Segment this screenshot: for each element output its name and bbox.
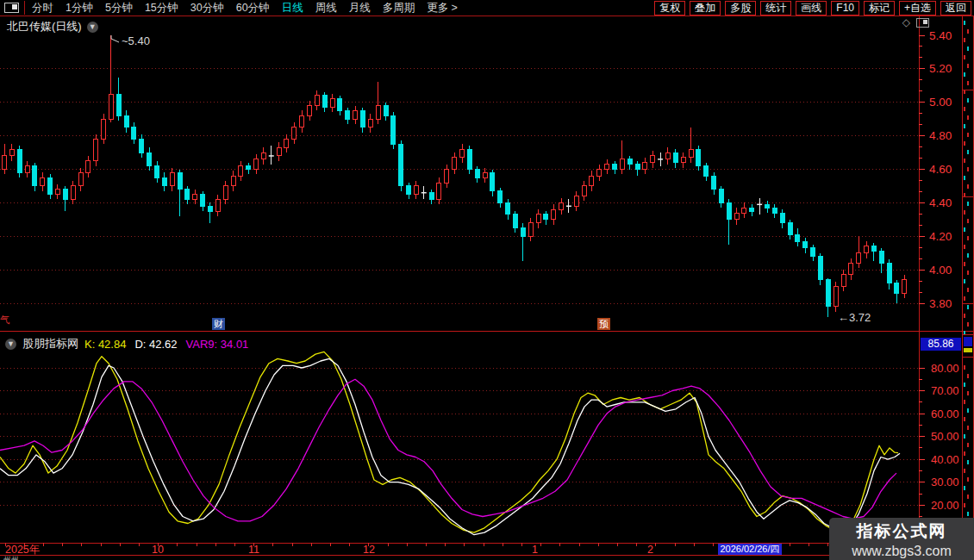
candle-body <box>643 163 647 170</box>
candle-body <box>513 215 517 228</box>
period-tab-多周期[interactable]: 多周期 <box>383 1 415 16</box>
candle-body <box>605 165 609 170</box>
candle-body <box>346 110 350 119</box>
period-tab-5分钟[interactable]: 5分钟 <box>105 1 133 16</box>
candle-body <box>734 213 739 220</box>
candle-body <box>55 190 59 195</box>
candle-body <box>665 152 670 159</box>
candle-body <box>475 170 479 178</box>
toolbar-button-叠加[interactable]: 叠加 <box>690 1 721 16</box>
candle-body <box>178 172 182 189</box>
indicator-value-D: D: 42.62 <box>134 338 177 351</box>
news-badge-预[interactable]: 预 <box>597 318 610 330</box>
window-icon[interactable] <box>4 3 19 13</box>
toolbar-button-F10[interactable]: F10 <box>831 1 859 16</box>
period-tab-1分钟[interactable]: 1分钟 <box>66 1 93 16</box>
price-axis-label: 4.40 <box>929 196 952 209</box>
candle-body <box>681 158 685 163</box>
candle-body <box>582 186 586 196</box>
candle-body <box>86 161 91 173</box>
watermark-title: 指标公式网 <box>829 520 974 543</box>
candle-body <box>140 140 144 153</box>
toolbar-button-画线[interactable]: 画线 <box>796 1 827 16</box>
candle-body <box>33 166 37 186</box>
date-label-10: 10 <box>152 544 164 555</box>
chevron-down-icon[interactable]: ▼ <box>5 339 16 350</box>
indicator-line-D <box>0 358 900 534</box>
candle-body <box>498 191 503 203</box>
chart-corner-icons: ◇ <box>902 17 929 28</box>
period-tab-分时[interactable]: 分时 <box>32 1 53 16</box>
candle-body <box>407 186 411 195</box>
candle-body <box>63 190 67 200</box>
period-tab-15分钟[interactable]: 15分钟 <box>145 1 178 16</box>
toolbar-separator <box>24 1 25 15</box>
period-tab-周线[interactable]: 周线 <box>315 1 337 16</box>
indicator-value-K: K: 42.84 <box>84 338 126 351</box>
candle-body <box>865 246 869 253</box>
chart-canvas[interactable]: 5.405.205.004.804.604.404.204.003.80~5.4… <box>0 0 974 560</box>
window-icon-small[interactable] <box>916 18 929 28</box>
minimap-highlight <box>964 337 972 346</box>
candle-body <box>574 196 578 207</box>
candle-body <box>460 149 465 158</box>
low-annotation: ←3.72 <box>838 311 871 324</box>
candle-body <box>322 96 327 108</box>
period-tab-更多 >[interactable]: 更多 > <box>427 1 458 16</box>
candle-body <box>780 213 784 223</box>
candle-body <box>284 140 289 148</box>
candle-body <box>193 195 197 200</box>
period-tab-日线[interactable]: 日线 <box>282 1 303 16</box>
candle-body <box>841 275 846 287</box>
candlestick-layer[interactable] <box>3 35 907 317</box>
candle-body <box>429 193 434 200</box>
period-tab-30分钟[interactable]: 30分钟 <box>190 1 224 16</box>
candle-body <box>147 152 152 166</box>
news-badge-财[interactable]: 财 <box>212 318 225 330</box>
indicator-axis-label: 70.00 <box>931 384 959 397</box>
candle-body <box>528 223 533 237</box>
candle-body <box>300 115 304 128</box>
candle-body <box>384 106 388 116</box>
indicator-legend: K: 42.84D: 42.62VAR9: 34.01 <box>84 338 248 351</box>
candle-body <box>124 115 128 128</box>
candle-body <box>506 202 510 215</box>
date-label-1: 1 <box>532 544 538 555</box>
price-axis-label: 4.00 <box>929 264 952 277</box>
candle-body <box>9 149 14 156</box>
toolbar-button-多股[interactable]: 多股 <box>725 1 756 16</box>
candle-body <box>48 177 53 194</box>
candle-body <box>330 99 334 108</box>
period-tabs: 分时1分钟5分钟15分钟30分钟60分钟日线周线月线多周期更多 > <box>32 1 470 16</box>
candle-body <box>765 204 770 208</box>
candle-body <box>102 119 106 139</box>
minimap-strip[interactable] <box>965 21 968 516</box>
chevron-down-icon[interactable]: ▼ <box>87 22 98 33</box>
candle-body <box>231 176 235 186</box>
toolbar-button-标记[interactable]: 标记 <box>864 1 895 16</box>
indicator-header: ▼ 股朋指标网 K: 42.84D: 42.62VAR9: 34.01 <box>5 336 248 352</box>
high-annotation-arrow <box>111 35 119 42</box>
period-tab-月线[interactable]: 月线 <box>349 1 371 16</box>
candle-body <box>17 149 22 172</box>
candle-body <box>521 228 525 237</box>
candle-body <box>483 172 487 177</box>
watermark-url: www.zbgs3.com <box>829 544 974 559</box>
toolbar-button-+自选[interactable]: +自选 <box>899 1 936 16</box>
event-marker-icon[interactable]: 气 <box>0 315 9 325</box>
candle-body <box>620 159 624 170</box>
candle-body <box>879 252 883 264</box>
candle-body <box>796 234 800 241</box>
minimap-indicator-mark <box>964 348 972 352</box>
toolbar-button-统计[interactable]: 统计 <box>760 1 791 16</box>
toolbar-button-返回[interactable]: 返回 <box>940 1 971 16</box>
period-tab-60分钟[interactable]: 60分钟 <box>236 1 270 16</box>
candle-body <box>536 215 540 223</box>
diamond-icon[interactable]: ◇ <box>902 17 910 28</box>
candle-body <box>811 248 815 257</box>
price-axis-label: 5.20 <box>929 62 952 75</box>
candle-body <box>368 119 372 128</box>
toolbar-button-复权[interactable]: 复权 <box>654 1 685 16</box>
candle-body <box>727 202 731 219</box>
candle-body <box>201 195 205 207</box>
